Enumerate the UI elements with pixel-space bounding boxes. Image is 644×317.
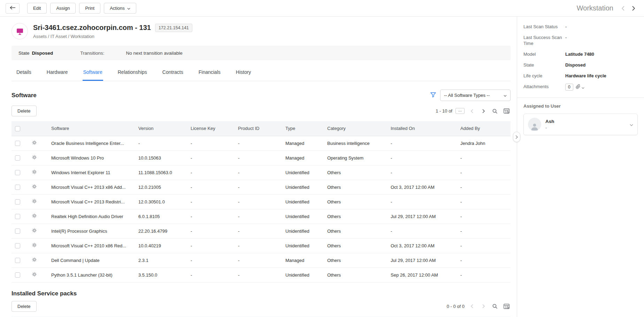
row-gear-icon[interactable] xyxy=(32,257,37,262)
tab-hardware[interactable]: Hardware xyxy=(46,64,69,81)
service-pack-delete-button[interactable]: Delete xyxy=(12,301,37,312)
row-gear-icon[interactable] xyxy=(32,169,37,175)
row-checkbox[interactable] xyxy=(15,185,20,190)
actions-button[interactable]: Actions xyxy=(104,3,136,14)
assigned-user-card[interactable]: Ash - xyxy=(523,114,638,135)
panel-collapse-button[interactable] xyxy=(513,132,520,142)
page-next-chevron-icon[interactable] xyxy=(479,302,488,310)
cell-license-key: - xyxy=(187,268,235,282)
cell-license-key: - xyxy=(187,194,235,209)
print-button[interactable]: Print xyxy=(79,3,100,14)
field-label: State xyxy=(523,62,565,68)
page-prev-chevron-icon[interactable] xyxy=(468,107,476,115)
cell-category: Others xyxy=(324,209,387,224)
column-settings-icon[interactable] xyxy=(502,302,511,310)
cell-installed-on: Sep 26, 2017 12:00 AM xyxy=(387,268,457,282)
row-gear-icon[interactable] xyxy=(32,242,37,248)
cell-version: 10.0.40219 xyxy=(135,238,187,253)
tab-details[interactable]: Details xyxy=(16,64,32,81)
row-gear-icon[interactable] xyxy=(32,213,37,218)
col-product-id[interactable]: Product ID xyxy=(235,121,282,136)
details-side-panel: Last Scan Status - Last Success Scan Tim… xyxy=(517,17,644,317)
workstation-monitor-icon xyxy=(12,23,28,39)
select-all-checkbox[interactable] xyxy=(15,126,20,131)
service-pack-pagination: 0 - 0 of 0 xyxy=(447,302,511,310)
software-table-row: Intel(R) Processor Graphics22.20.16.4799… xyxy=(12,224,511,238)
transitions-value: No next transition available xyxy=(126,51,183,56)
col-license-key[interactable]: License Key xyxy=(187,121,235,136)
row-checkbox[interactable] xyxy=(15,155,20,161)
breadcrumb[interactable]: Assets / IT Asset / Workstation xyxy=(33,34,192,39)
software-type-dropdown[interactable]: -- All Software Types -- xyxy=(440,90,511,101)
search-icon[interactable] xyxy=(491,302,499,310)
page-next-chevron-icon[interactable] xyxy=(479,107,488,115)
tab-contracts[interactable]: Contracts xyxy=(162,64,184,81)
chevron-down-icon[interactable] xyxy=(630,122,633,127)
cell-type: Unidentified xyxy=(282,180,324,194)
topbar: Edit Assign Print Actions Workstation xyxy=(0,0,644,17)
assign-button[interactable]: Assign xyxy=(50,3,76,14)
page-size-button[interactable]: ... xyxy=(455,108,465,114)
cell-product-id: - xyxy=(235,180,282,194)
row-gear-icon[interactable] xyxy=(32,140,37,145)
filter-icon[interactable] xyxy=(430,92,436,99)
software-type-dropdown-value: -- All Software Types -- xyxy=(444,93,490,98)
cell-license-key: - xyxy=(187,136,235,150)
row-checkbox[interactable] xyxy=(15,243,20,248)
edit-button[interactable]: Edit xyxy=(27,3,47,14)
state-value: Disposed xyxy=(32,51,53,56)
cell-product-id: - xyxy=(235,136,282,150)
column-settings-icon[interactable] xyxy=(502,107,511,115)
cell-type: Unidentified xyxy=(282,224,324,238)
col-type[interactable]: Type xyxy=(282,121,324,136)
tab-history[interactable]: History xyxy=(235,64,252,81)
tab-software[interactable]: Software xyxy=(83,64,103,81)
cell-added-by: - xyxy=(457,194,511,209)
field-attachments: Attachments 0 xyxy=(523,84,638,91)
row-checkbox[interactable] xyxy=(15,272,20,278)
main-area: Sri-3461.csez.zohocorpin.com - 131 172.2… xyxy=(0,17,517,317)
row-checkbox[interactable] xyxy=(15,258,20,263)
cell-installed-on: Jul 29, 2017 12:00 AM xyxy=(387,209,457,224)
col-software[interactable]: Software xyxy=(48,121,135,136)
row-checkbox[interactable] xyxy=(15,199,20,204)
back-button[interactable] xyxy=(6,3,20,14)
row-checkbox[interactable] xyxy=(15,170,20,175)
service-pack-section-title: Installed Service packs xyxy=(12,290,77,297)
cell-installed-on: - xyxy=(387,194,457,209)
field-label: Model xyxy=(523,51,565,57)
software-table-row: Microsoft Visual C++ 2010 x86 Red...10.0… xyxy=(12,238,511,253)
row-gear-icon[interactable] xyxy=(32,155,37,160)
assigned-user-name: Ash xyxy=(545,119,554,124)
assigned-user-sub: - xyxy=(545,125,554,130)
field-value: Disposed xyxy=(565,62,586,68)
field-last-success-scan-time: Last Success Scan Time - xyxy=(523,34,638,46)
gear-column-header xyxy=(28,121,48,136)
software-delete-button[interactable]: Delete xyxy=(12,106,37,116)
field-value: Hardware life cycle xyxy=(565,73,606,79)
col-installed-on[interactable]: Installed On xyxy=(387,121,457,136)
col-version[interactable]: Version xyxy=(135,121,187,136)
search-icon[interactable] xyxy=(491,107,499,115)
cell-installed-on: Oct 3, 2017 12:00 AM xyxy=(387,180,457,194)
attachments-button[interactable] xyxy=(576,84,584,90)
software-pagination: 1 - 10 of ... xyxy=(436,107,511,115)
row-checkbox[interactable] xyxy=(15,214,20,219)
row-checkbox[interactable] xyxy=(15,141,20,146)
tab-relationships[interactable]: Relationships xyxy=(117,64,148,81)
page-prev-chevron-icon[interactable] xyxy=(468,302,476,310)
actions-label: Actions xyxy=(110,6,125,11)
ip-address-badge: 172.21.154.141 xyxy=(155,24,192,32)
col-added-by[interactable]: Added By xyxy=(457,121,511,136)
row-checkbox[interactable] xyxy=(15,229,20,234)
row-gear-icon[interactable] xyxy=(32,199,37,204)
row-gear-icon[interactable] xyxy=(32,184,37,189)
next-asset-chevron-icon[interactable] xyxy=(629,4,638,13)
prev-asset-chevron-icon[interactable] xyxy=(619,4,627,13)
tab-financials[interactable]: Financials xyxy=(198,64,221,81)
service-pack-toolbar: Delete 0 - 0 of 0 xyxy=(12,301,511,312)
col-category[interactable]: Category xyxy=(324,121,387,136)
row-gear-icon[interactable] xyxy=(32,228,37,233)
cell-type: Unidentified xyxy=(282,194,324,209)
row-gear-icon[interactable] xyxy=(32,272,37,277)
